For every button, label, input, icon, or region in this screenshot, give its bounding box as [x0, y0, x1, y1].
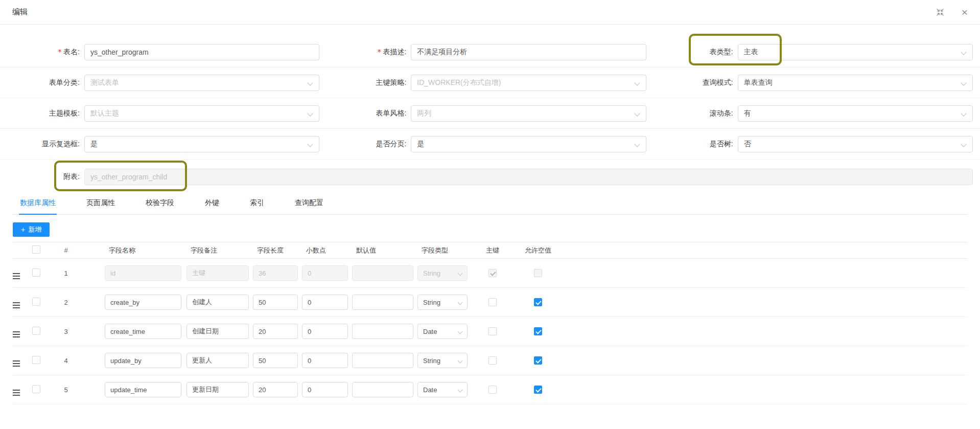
tab-database-properties[interactable]: 数据库属性 [19, 198, 57, 214]
row-checkbox[interactable] [32, 385, 40, 393]
field-comment-input[interactable] [186, 324, 249, 339]
field-length-input[interactable] [253, 324, 298, 339]
pk-checkbox[interactable] [488, 386, 497, 394]
drag-handle-icon[interactable] [13, 359, 20, 367]
field-name-input[interactable] [105, 382, 181, 397]
tab-query-config[interactable]: 查询配置 [294, 198, 324, 214]
pk-strategy-label: 主键策略: [326, 78, 411, 87]
table-type-select[interactable]: 主表 [738, 44, 973, 60]
field-comment-input[interactable] [186, 382, 249, 397]
chevron-down-icon [961, 49, 966, 55]
close-icon[interactable]: × [962, 7, 968, 17]
required-asterisk: * [377, 48, 381, 56]
chevron-down-icon [458, 300, 463, 305]
field-table-type: 表类型: 主表 [654, 44, 980, 60]
allow-null-checkbox[interactable] [534, 298, 542, 306]
field-scrollbar: 滚动条: 有 [654, 105, 980, 122]
fullscreen-exit-icon[interactable] [936, 8, 944, 16]
field-length-input[interactable] [253, 353, 298, 368]
row-checkbox[interactable] [32, 268, 40, 277]
tab-validate-fields[interactable]: 校验字段 [145, 198, 175, 214]
show-checkbox-select[interactable]: 是 [84, 136, 319, 152]
field-is-paging: 是否分页: 是 [326, 136, 653, 152]
field-default-input[interactable] [352, 295, 413, 310]
row-index: 2 [40, 299, 91, 306]
row-checkbox[interactable] [32, 356, 40, 364]
edit-form: *表名: *表描述: 表类型: 主表 表单分类: 测试表单 主键策略: ID_W… [0, 25, 980, 194]
pk-strategy-select[interactable]: ID_WORKER(分布式自增) [411, 75, 646, 91]
field-name-input[interactable] [105, 324, 181, 339]
field-length-input[interactable] [253, 382, 298, 397]
table-row: 4 String [13, 346, 967, 375]
field-name-input[interactable] [105, 295, 181, 310]
field-form-category: 表单分类: 测试表单 [0, 75, 326, 91]
allow-null-checkbox[interactable] [534, 386, 542, 394]
field-show-checkbox: 显示复选框: 是 [0, 136, 326, 152]
field-default-input[interactable] [352, 353, 413, 368]
field-type-select[interactable]: String [417, 353, 468, 368]
select-value: 单表查询 [744, 78, 773, 87]
sub-table-input [84, 169, 973, 185]
field-type-select[interactable]: String [417, 295, 468, 310]
field-decimal-input[interactable] [302, 295, 348, 310]
col-header-pk: 主键 [472, 246, 514, 255]
theme-template-select[interactable]: 默认主题 [84, 105, 319, 122]
modal-header: 编辑 × [0, 0, 980, 25]
field-comment-input[interactable] [186, 295, 249, 310]
row-checkbox[interactable] [32, 298, 40, 306]
select-all-checkbox[interactable] [32, 245, 40, 254]
row-index: 5 [40, 386, 91, 394]
field-comment-input[interactable] [186, 353, 249, 368]
field-default-input[interactable] [352, 324, 413, 339]
field-comment-input [186, 265, 249, 281]
table-type-label: 表类型: [654, 48, 738, 57]
pk-checkbox[interactable] [488, 298, 497, 306]
select-value: 测试表单 [90, 78, 119, 87]
is-paging-select[interactable]: 是 [411, 136, 646, 152]
field-default-input[interactable] [352, 382, 413, 397]
form-style-label: 表单风格: [326, 109, 411, 118]
select-value: 默认主题 [90, 109, 119, 118]
field-table-name: *表名: [0, 44, 326, 60]
is-tree-select[interactable]: 否 [738, 136, 973, 152]
tab-indexes[interactable]: 索引 [249, 198, 265, 214]
col-header-decimal: 小数点 [302, 246, 348, 255]
table-desc-input[interactable] [411, 44, 646, 60]
field-decimal-input[interactable] [302, 353, 348, 368]
drag-handle-icon[interactable] [13, 389, 20, 396]
pk-checkbox[interactable] [488, 356, 497, 365]
drag-handle-icon[interactable] [13, 272, 20, 279]
drag-handle-icon[interactable] [13, 330, 20, 337]
allow-null-checkbox[interactable] [534, 356, 542, 365]
chevron-down-icon [458, 388, 463, 393]
field-decimal-input[interactable] [302, 324, 348, 339]
tab-page-properties[interactable]: 页面属性 [85, 198, 116, 214]
chevron-down-icon [961, 80, 966, 85]
table-name-input[interactable] [84, 44, 319, 60]
tab-foreign-keys[interactable]: 外键 [204, 198, 220, 214]
pk-checkbox[interactable] [488, 327, 497, 335]
field-type-select[interactable]: Date [417, 382, 468, 397]
form-row-3: 主题模板: 默认主题 表单风格: 两列 滚动条: 有 [0, 98, 980, 129]
select-value: 否 [744, 140, 751, 149]
table-name-label: *表名: [0, 48, 84, 57]
field-is-tree: 是否树: 否 [654, 136, 980, 152]
field-length-input[interactable] [253, 295, 298, 310]
query-mode-select[interactable]: 单表查询 [738, 75, 973, 91]
allow-null-checkbox[interactable] [534, 327, 542, 335]
field-sub-table: 附表: [0, 169, 980, 185]
field-type-select[interactable]: Date [417, 324, 468, 339]
form-row-2: 表单分类: 测试表单 主键策略: ID_WORKER(分布式自增) 查询模式: … [0, 67, 980, 98]
field-decimal-input[interactable] [302, 382, 348, 397]
field-name-input[interactable] [105, 353, 181, 368]
add-button[interactable]: + 新增 [13, 222, 50, 237]
row-checkbox[interactable] [32, 327, 40, 335]
field-table-desc: *表描述: [326, 44, 653, 60]
form-style-select[interactable]: 两列 [411, 105, 646, 122]
sub-table-label: 附表: [0, 172, 84, 182]
form-row-1: *表名: *表描述: 表类型: 主表 [0, 37, 980, 67]
form-category-select[interactable]: 测试表单 [84, 75, 319, 91]
scrollbar-select[interactable]: 有 [738, 105, 973, 122]
select-value: 是 [417, 140, 424, 149]
drag-handle-icon[interactable] [13, 301, 20, 308]
